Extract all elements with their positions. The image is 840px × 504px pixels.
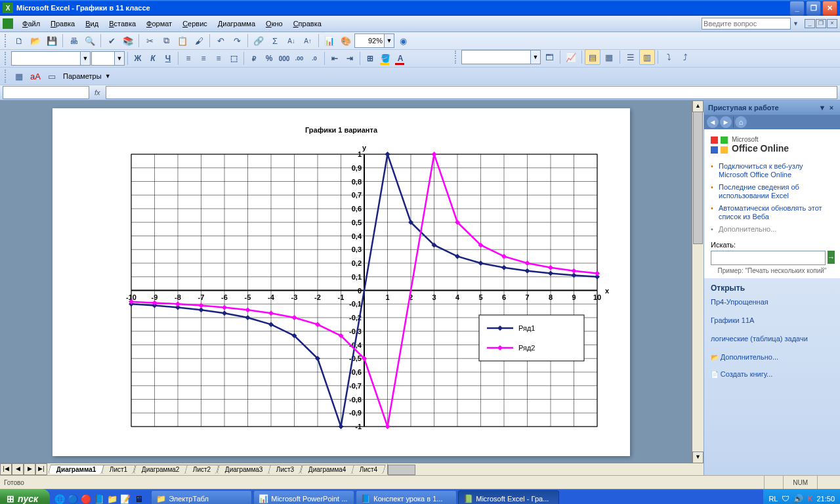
help-question-box[interactable] xyxy=(702,18,791,30)
tray-sound-icon[interactable]: 🔊 xyxy=(793,494,803,503)
taskbar-task[interactable]: 📊Microsoft PowerPoint ... xyxy=(253,490,354,504)
nav-back-icon[interactable]: ◄ xyxy=(707,116,719,128)
hyperlink-icon[interactable]: 🔗 xyxy=(251,33,266,49)
horizontal-scrollbar[interactable] xyxy=(387,464,704,474)
comma-icon[interactable]: 000 xyxy=(277,51,291,66)
minimize-button[interactable]: _ xyxy=(789,1,805,16)
toolbar-handle[interactable] xyxy=(5,52,9,65)
drawing-icon[interactable]: 🎨 xyxy=(338,33,354,49)
tray-shield-icon[interactable]: 🛡 xyxy=(782,494,789,503)
recent-file-link[interactable]: Графики 11А xyxy=(711,315,833,326)
bold-icon[interactable]: Ж xyxy=(131,51,145,66)
sheet-tab[interactable]: Лист1 xyxy=(102,465,136,474)
parameters-dropdown-icon[interactable]: ▼ xyxy=(105,73,111,79)
angle-ccw-icon[interactable]: ⤴ xyxy=(677,49,693,65)
research-icon[interactable]: 📚 xyxy=(120,33,136,49)
scroll-thumb[interactable] xyxy=(693,112,703,244)
sheet-tab[interactable]: Диаграмма3 xyxy=(217,465,271,474)
opera-icon[interactable]: 🔴 xyxy=(80,493,92,504)
mdi-restore-button[interactable]: ❐ xyxy=(816,19,826,28)
tab-nav-last-icon[interactable]: ▶| xyxy=(35,463,47,475)
search-input[interactable] xyxy=(711,251,826,265)
vertical-scrollbar[interactable]: ▲ ▼ xyxy=(692,100,704,463)
tab-nav-next-icon[interactable]: ▶ xyxy=(24,463,35,475)
merge-icon[interactable]: ⬚ xyxy=(226,51,241,66)
percent-icon[interactable]: % xyxy=(262,51,276,66)
autosum-icon[interactable]: Σ xyxy=(267,33,283,49)
notes-icon[interactable]: 📝 xyxy=(119,493,131,504)
align-left-icon[interactable]: ≡ xyxy=(181,51,196,66)
menu-Вид[interactable]: Вид xyxy=(80,18,104,29)
tray-lang[interactable]: RL xyxy=(768,495,778,503)
chart-sheet[interactable]: Графики 1 варианта-10-9-8-7-6-5-4-3-2-11… xyxy=(52,108,630,456)
taskpane-dropdown-icon[interactable]: ▼ xyxy=(818,104,827,112)
font-name-box[interactable]: ▼ xyxy=(11,51,91,66)
chart-objects-box[interactable]: ▼ xyxy=(461,50,541,64)
sheet-tab[interactable]: Лист4 xyxy=(351,465,386,474)
currency-icon[interactable]: ₽ xyxy=(247,51,261,66)
hscroll-thumb[interactable] xyxy=(388,465,415,475)
legend-icon[interactable]: ▤ xyxy=(585,49,600,65)
tab-nav-first-icon[interactable]: |◀ xyxy=(0,463,12,475)
data-table-icon[interactable]: ▦ xyxy=(601,49,617,65)
word-icon[interactable]: 📘 xyxy=(93,493,105,504)
chart-wizard-icon[interactable]: 📊 xyxy=(322,33,337,49)
chart-type-icon[interactable]: 📈 xyxy=(563,49,579,65)
zoom-box[interactable]: ▼ xyxy=(354,33,394,48)
search-go-button[interactable]: → xyxy=(828,251,835,264)
menu-Окно[interactable]: Окно xyxy=(261,18,288,29)
open-icon[interactable]: 📂 xyxy=(28,33,43,49)
increase-indent-icon[interactable]: ⇥ xyxy=(343,51,357,66)
cut-icon[interactable]: ✂ xyxy=(142,33,158,49)
zoom-input[interactable] xyxy=(355,35,384,47)
save-icon[interactable]: 💾 xyxy=(44,33,60,49)
taskbar-task[interactable]: 📘Конспект урока в 1... xyxy=(356,490,457,504)
taskpane-link[interactable]: Последние сведения об использовании Exce… xyxy=(711,181,833,202)
undo-icon[interactable]: ↶ xyxy=(213,33,228,49)
print-preview-icon[interactable]: 🔍 xyxy=(82,33,98,49)
tab-nav-prev-icon[interactable]: ◀ xyxy=(12,463,24,475)
ie-icon[interactable]: 🌐 xyxy=(54,493,66,504)
sort-desc-icon[interactable]: A↑ xyxy=(300,33,316,49)
fill-color-icon[interactable]: 🪣 xyxy=(378,51,392,66)
toolbar-handle[interactable] xyxy=(455,51,459,64)
sheet-tab[interactable]: Диаграмма1 xyxy=(48,465,104,474)
nav-forward-icon[interactable]: ► xyxy=(720,116,732,128)
borders-icon[interactable]: ⊞ xyxy=(363,51,377,66)
sheet-tab[interactable]: Лист2 xyxy=(184,465,219,474)
recent-file-link[interactable]: логические (таблица) задачи xyxy=(711,333,833,344)
sheet-tab[interactable]: Диаграмма4 xyxy=(300,465,354,474)
increase-decimal-icon[interactable]: .00 xyxy=(292,51,306,66)
zoom-dropdown-icon[interactable]: ▼ xyxy=(384,34,394,47)
scroll-up-icon[interactable]: ▲ xyxy=(692,100,704,112)
help-icon[interactable]: ◉ xyxy=(395,33,411,49)
sheet-tab[interactable]: Диаграмма2 xyxy=(133,465,188,474)
sheet-tab[interactable]: Лист3 xyxy=(268,465,303,474)
taskpane-more[interactable]: Дополнительно... xyxy=(711,223,833,236)
desktop-icon[interactable]: 🖥 xyxy=(133,493,144,504)
taskbar-task[interactable]: 📗Microsoft Excel - Гра... xyxy=(458,490,559,504)
fx-icon[interactable]: fx xyxy=(94,89,100,96)
menu-Справка[interactable]: Справка xyxy=(288,18,327,29)
menu-Сервис[interactable]: Сервис xyxy=(177,18,213,29)
by-row-icon[interactable]: ☰ xyxy=(623,49,639,65)
tray-av-icon[interactable]: K xyxy=(807,494,812,503)
italic-icon[interactable]: К xyxy=(146,51,160,66)
font-size-box[interactable]: ▼ xyxy=(91,51,125,66)
parameters-label[interactable]: Параметры xyxy=(60,72,104,80)
format-object-icon[interactable]: 🗔 xyxy=(541,49,557,65)
decrease-indent-icon[interactable]: ⇤ xyxy=(327,51,342,66)
select-all-icon[interactable]: ▦ xyxy=(11,68,27,84)
toolbar-handle[interactable] xyxy=(5,34,9,47)
copy-icon[interactable]: ⧉ xyxy=(158,33,174,49)
taskpane-link[interactable]: Подключиться к веб-узлу Microsoft Office… xyxy=(711,160,833,181)
open-more-link[interactable]: Дополнительно... xyxy=(711,352,833,362)
formula-input[interactable] xyxy=(106,86,837,99)
chrome-icon[interactable]: 🔵 xyxy=(67,493,79,504)
underline-icon[interactable]: Ч xyxy=(161,51,175,66)
font-settings-icon[interactable]: аА xyxy=(28,68,43,84)
new-icon[interactable]: 🗋 xyxy=(11,33,27,49)
scroll-down-icon[interactable]: ▼ xyxy=(692,452,704,463)
menu-Вставка[interactable]: Вставка xyxy=(104,18,141,29)
help-dropdown-icon[interactable]: ▼ xyxy=(793,20,799,27)
